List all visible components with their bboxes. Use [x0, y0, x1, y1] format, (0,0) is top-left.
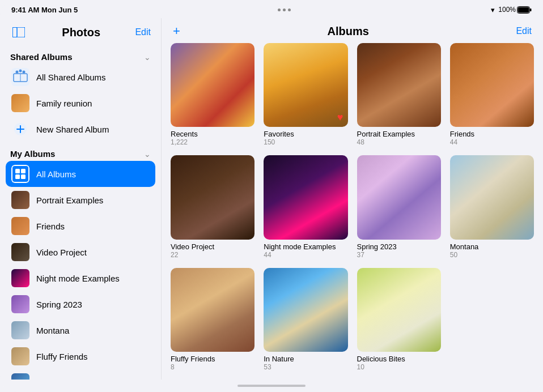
album-card-video-project[interactable]: Video Project22 — [171, 155, 254, 258]
sidebar-item-all-albums[interactable]: All Albums — [6, 161, 155, 187]
sidebar-item-portrait[interactable]: Portrait Examples — [6, 187, 155, 213]
shared-albums-header: Shared Albums ⌄ — [6, 45, 155, 64]
my-albums-chevron[interactable]: ⌄ — [144, 150, 151, 159]
status-bar: 9:41 AM Mon Jun 5 ▾ 100% — [0, 0, 543, 18]
sidebar-item-all-albums-label: All Albums — [36, 169, 76, 179]
battery-indicator: 100% — [498, 6, 532, 14]
shared-albums-chevron[interactable]: ⌄ — [144, 53, 151, 62]
my-albums-header: My Albums ⌄ — [6, 142, 155, 161]
album-count-fluffy-friends: 8 — [171, 363, 254, 371]
album-name-spring-2023: Spring 2023 — [357, 242, 441, 251]
sidebar-item-friends-label: Friends — [36, 221, 65, 231]
sidebar-item-family-reunion[interactable]: Family reunion — [6, 90, 155, 116]
sidebar-item-montana[interactable]: Montana — [6, 317, 155, 343]
svg-rect-2 — [530, 8, 532, 11]
album-thumb-fluffy-friends — [171, 268, 254, 352]
content-edit-button[interactable]: Edit — [516, 26, 532, 36]
svg-rect-3 — [12, 27, 17, 37]
dot2 — [283, 8, 286, 11]
montana-thumb — [11, 321, 29, 339]
sidebar-item-all-shared[interactable]: All Shared Albums — [6, 64, 155, 90]
album-thumb-montana — [450, 155, 534, 239]
grid-icon — [15, 169, 26, 179]
friends-thumb — [11, 217, 29, 235]
album-name-fluffy-friends: Fluffy Friends — [171, 355, 254, 363]
main-content: Photos Edit Shared Albums ⌄ — [0, 18, 543, 380]
album-card-recents[interactable]: Recents1,222 — [171, 43, 254, 146]
dot3 — [288, 8, 291, 11]
content-header: + Albums Edit — [162, 18, 543, 43]
my-albums-title: My Albums — [10, 149, 55, 159]
sidebar-item-nature[interactable]: In Nature — [6, 369, 155, 380]
album-count-favorites: 150 — [264, 138, 347, 146]
battery-icon — [517, 6, 532, 14]
status-right: ▾ 100% — [491, 6, 532, 14]
sidebar-scroll[interactable]: Shared Albums ⌄ All Sha — [0, 45, 161, 380]
sidebar-item-new-shared[interactable]: New Shared Album — [6, 116, 155, 142]
sidebar-edit-button[interactable]: Edit — [135, 27, 151, 37]
panel-toggle-button[interactable] — [10, 24, 27, 41]
sidebar-header: Photos Edit — [0, 18, 161, 45]
album-thumb-friends — [450, 43, 534, 127]
album-card-montana[interactable]: Montana50 — [450, 155, 534, 258]
album-count-friends: 44 — [450, 138, 534, 146]
album-name-night-mode: Night mode Examples — [264, 242, 347, 251]
sidebar-item-portrait-label: Portrait Examples — [36, 195, 103, 205]
nature-thumb — [11, 373, 29, 380]
svg-rect-16 — [15, 174, 20, 179]
album-thumb-in-nature — [264, 268, 347, 352]
album-thumb-video-project — [171, 155, 254, 239]
album-card-in-nature[interactable]: In Nature53 — [264, 268, 347, 371]
album-count-delicious-bites: 10 — [357, 363, 441, 371]
svg-point-10 — [23, 71, 26, 74]
all-shared-thumb — [11, 68, 29, 86]
dot1 — [278, 8, 281, 11]
all-albums-thumb — [11, 165, 29, 183]
album-count-montana: 50 — [450, 251, 534, 259]
album-card-favorites[interactable]: ♥Favorites150 — [264, 43, 347, 146]
album-thumb-night-mode — [264, 155, 347, 239]
svg-rect-17 — [21, 174, 26, 179]
album-name-in-nature: In Nature — [264, 355, 347, 363]
album-card-fluffy-friends[interactable]: Fluffy Friends8 — [171, 268, 254, 371]
sidebar-item-friends[interactable]: Friends — [6, 213, 155, 239]
album-card-night-mode[interactable]: Night mode Examples44 — [264, 155, 347, 258]
heart-icon: ♥ — [337, 112, 343, 123]
status-time: 9:41 AM Mon Jun 5 — [11, 6, 78, 14]
album-card-delicious-bites[interactable]: Delicious Bites10 — [357, 268, 441, 371]
content-area: + Albums Edit Recents1,222♥Favorites150P… — [162, 18, 543, 380]
album-thumb-delicious-bites — [357, 268, 441, 352]
sidebar-item-spring[interactable]: Spring 2023 — [6, 291, 155, 317]
sidebar-item-fluffy[interactable]: Fluffy Friends — [6, 343, 155, 369]
sidebar-item-night[interactable]: Night mode Examples — [6, 265, 155, 291]
all-albums-grid-icon — [11, 165, 29, 183]
sidebar-toggle-icon — [12, 27, 25, 37]
content-title: Albums — [327, 25, 368, 38]
album-thumb-recents — [171, 43, 254, 127]
album-card-spring-2023[interactable]: Spring 202337 — [357, 155, 441, 258]
status-dots — [278, 8, 291, 11]
add-album-button[interactable]: + — [173, 24, 180, 39]
fluffy-thumb — [11, 347, 29, 365]
svg-rect-1 — [518, 7, 529, 12]
albums-grid: Recents1,222♥Favorites150Portrait Exampl… — [162, 43, 543, 380]
sidebar-item-video[interactable]: Video Project — [6, 239, 155, 265]
album-name-portrait-examples: Portrait Examples — [357, 130, 441, 138]
album-count-recents: 1,222 — [171, 138, 254, 146]
new-shared-plus-icon — [11, 120, 29, 138]
video-thumb — [11, 243, 29, 261]
sidebar-item-fluffy-label: Fluffy Friends — [36, 352, 88, 361]
album-card-portrait-examples[interactable]: Portrait Examples48 — [357, 43, 441, 146]
sidebar-title: Photos — [62, 26, 100, 39]
sidebar-item-all-shared-label: All Shared Albums — [36, 73, 106, 82]
album-card-friends[interactable]: Friends44 — [450, 43, 534, 146]
sidebar: Photos Edit Shared Albums ⌄ — [0, 18, 162, 380]
svg-rect-4 — [12, 27, 25, 37]
album-name-friends: Friends — [450, 130, 534, 138]
sidebar-item-video-label: Video Project — [36, 248, 87, 257]
album-name-delicious-bites: Delicious Bites — [357, 355, 441, 363]
home-indicator — [0, 380, 543, 392]
sidebar-item-new-shared-label: New Shared Album — [36, 125, 109, 134]
plus-icon — [14, 122, 27, 136]
album-name-favorites: Favorites — [264, 130, 347, 138]
